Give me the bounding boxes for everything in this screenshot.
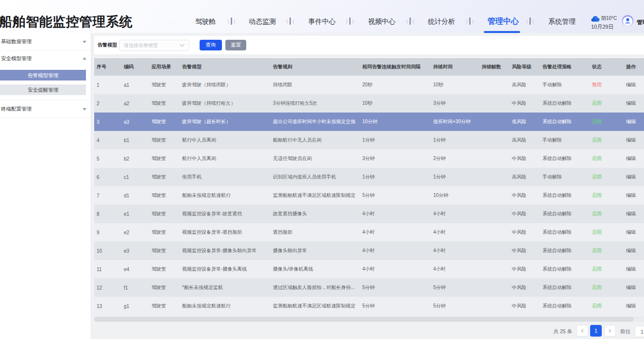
table-cell: 11: [97, 267, 124, 272]
alarm-model-select[interactable]: 请选择告警模型: [119, 40, 189, 51]
table-cell: 12: [97, 285, 124, 291]
table-cell: 5分钟: [433, 284, 482, 291]
table-cell: 船舶未按规定航速航行: [182, 303, 273, 309]
sidebar-subitem-safety-reminder[interactable]: 安全提醒管理: [0, 84, 86, 95]
edit-link[interactable]: 编辑: [626, 303, 644, 309]
sidebar-divider: [0, 118, 91, 118]
sidebar: 基础数据管理 安全模型管理 告警模型管理 安全提醒管理 终端配置管理: [0, 33, 91, 339]
table-cell: 中风险: [512, 192, 542, 199]
table-row-3[interactable]: 3a3驾驶室疲劳驾驶（超长时长）超出公司值班时间半小时未按规定交接10分钟值班时…: [94, 113, 644, 131]
sidebar-subitem-alarm-model[interactable]: 告警模型管理: [0, 70, 86, 81]
table-cell: 2分钟: [433, 155, 482, 162]
edit-link[interactable]: 编辑: [626, 118, 644, 125]
nav-item-4[interactable]: 视频中心: [368, 17, 395, 26]
table-cell: 系统自动解除: [542, 192, 592, 199]
reset-button[interactable]: 重置: [225, 40, 246, 50]
edit-link[interactable]: 编辑: [626, 229, 644, 236]
edit-link[interactable]: 编辑: [626, 155, 644, 162]
table-row-4[interactable]: 4b1驾驶室航行中人员离岗船舶航行中无人员在岗1分钟1分钟高风险手动解除启用编辑: [94, 131, 644, 149]
table-cell: 5分钟: [433, 303, 482, 309]
table-cell: 遮挡脸部: [273, 229, 362, 236]
table-cell: 驾驶室: [152, 174, 182, 180]
chevron-down-icon: [83, 41, 86, 43]
table-cell: 使用手机: [182, 174, 273, 180]
table-cell: 3分钟连续打哈欠5次: [273, 100, 362, 107]
edit-link[interactable]: 编辑: [626, 266, 644, 273]
table-row-8[interactable]: 8e1驾驶室视频监控设备异常-故意遮挡故意遮挡摄像头4小时4小时中风险系统自动解…: [94, 205, 644, 223]
user-name[interactable]: 管理员: [637, 18, 644, 27]
chevron-down-icon: [83, 108, 86, 111]
table-cell: 4小时: [433, 210, 482, 217]
goto-label: 前往: [620, 328, 630, 335]
table-row-2[interactable]: 2a2驾驶室疲劳驾驶（持续打哈欠）3分钟连续打哈欠5次10秒3分钟中风险系统自动…: [94, 94, 644, 113]
sidebar-item-safety-model[interactable]: 安全模型管理: [0, 50, 91, 67]
app-header: 船舶智能监控管理系统 驾驶舱动态监测事件中心视频中心统计分析管理中心系统管理 阴…: [0, 0, 644, 33]
goto-page-input[interactable]: [635, 326, 644, 337]
table-cell: 3: [97, 119, 124, 125]
edit-link[interactable]: 编辑: [626, 174, 644, 180]
weather-date: 10月29日: [591, 23, 617, 31]
column-header: 状态: [592, 64, 626, 70]
nav-item-3[interactable]: 事件中心: [308, 17, 336, 26]
table-cell: 系统自动解除: [542, 210, 592, 217]
table-cell: 8: [97, 211, 124, 217]
sidebar-item-basic-data[interactable]: 基础数据管理: [0, 33, 91, 50]
edit-link[interactable]: 编辑: [626, 247, 644, 254]
table-cell: 摄像头/录像机离线: [273, 266, 362, 273]
table-cell: 系统自动解除: [542, 118, 592, 125]
edit-link[interactable]: 编辑: [626, 137, 644, 144]
status-badge: 启用: [592, 137, 626, 144]
table-row-13[interactable]: 13g1驾驶室船舶未按规定航速航行监测船舶航速不满足区域航速限制规定5分钟5分钟…: [94, 297, 644, 315]
status-badge: 启用: [592, 229, 626, 236]
edit-link[interactable]: 编辑: [626, 192, 644, 199]
chevron-down-icon: [180, 44, 185, 47]
weather-text: 阴10°C: [601, 15, 617, 22]
table-cell: 1分钟: [433, 174, 482, 180]
table-cell: 驾驶室: [152, 284, 182, 291]
nav-item-6[interactable]: 管理中心: [488, 16, 519, 27]
table-cell: 高风险: [512, 174, 542, 180]
table-cell: 中风险: [512, 266, 542, 273]
table-cell: 10秒: [433, 81, 482, 88]
table-cell: 系统自动解除: [542, 155, 592, 162]
table-row-12[interactable]: 12f1驾驶室*船长未按规定监航通过区域触发人脸抓拍，对船长身份...5分钟5分…: [94, 278, 644, 297]
nav-item-2[interactable]: 动态监测: [249, 17, 276, 26]
edit-link[interactable]: 编辑: [626, 81, 644, 88]
table-cell: 9: [97, 230, 124, 235]
table-row-7[interactable]: 7d1驾驶室船舶未按规定航速航行监测船舶航速不满足区域航速限制规定5分钟10分钟…: [94, 186, 644, 205]
query-button[interactable]: 查询: [200, 40, 222, 50]
table-cell: 5分钟: [362, 284, 433, 291]
scrollbar-thumb[interactable]: [94, 317, 634, 322]
app-title: 船舶智能监控管理系统: [0, 13, 133, 31]
status-badge: 启用: [592, 284, 626, 291]
avatar[interactable]: [622, 15, 634, 27]
table-cell: 中风险: [512, 284, 542, 291]
table-cell: 驾驶室: [152, 155, 182, 162]
nav-item-7[interactable]: 系统管理: [548, 17, 576, 26]
table-cell: 驾驶室: [152, 118, 182, 125]
sidebar-item-terminal-config[interactable]: 终端配置管理: [0, 100, 91, 118]
table-row-10[interactable]: 10e3驾驶室视频监控设备异常-摄像头朝向异常摄像头朝向异常4小时4小时中风险系…: [94, 242, 644, 260]
table-cell: 手动解除: [542, 81, 592, 88]
chevron-right-icon: [608, 329, 612, 333]
edit-link[interactable]: 编辑: [626, 100, 644, 107]
table-row-1[interactable]: 1a1驾驶室疲劳驾驶（持续闭眼）持续闭眼20秒10秒高风险手动解除禁用编辑: [94, 76, 644, 94]
column-header: 告警模型: [182, 64, 273, 70]
table-cell: e1: [124, 211, 152, 217]
edit-link[interactable]: 编辑: [626, 284, 644, 291]
table-row-9[interactable]: 9e2驾驶室视频监控设备异常-遮挡脸部遮挡脸部4小时4小时中风险系统自动解除启用…: [94, 223, 644, 242]
nav-item-5[interactable]: 统计分析: [428, 17, 455, 26]
next-page-button[interactable]: [604, 325, 616, 337]
table-row-6[interactable]: 6c1驾驶室使用手机识别区域内值班人员使用手机1分钟1分钟高风险手动解除启用编辑: [94, 168, 644, 186]
table-cell: 驾驶室: [152, 192, 182, 199]
edit-link[interactable]: 编辑: [626, 210, 644, 217]
table-row-11[interactable]: 11e4驾驶室视频监控设备异常-摄像头离线摄像头/录像机离线4小时4小时中风险系…: [94, 260, 644, 278]
prev-page-button[interactable]: [576, 325, 588, 337]
nav-separator: [526, 17, 534, 25]
table-cell: 无适任驾驶员在岗: [273, 155, 362, 162]
table-cell: 航行中人员离岗: [182, 155, 273, 162]
column-header: 编码: [124, 64, 152, 70]
nav-item-1[interactable]: 驾驶舱: [195, 17, 216, 26]
page-number-1[interactable]: 1: [590, 325, 602, 337]
table-row-5[interactable]: 5b2驾驶室航行中人员离岗无适任驾驶员在岗3分钟2分钟中风险系统自动解除启用编辑: [94, 149, 644, 168]
